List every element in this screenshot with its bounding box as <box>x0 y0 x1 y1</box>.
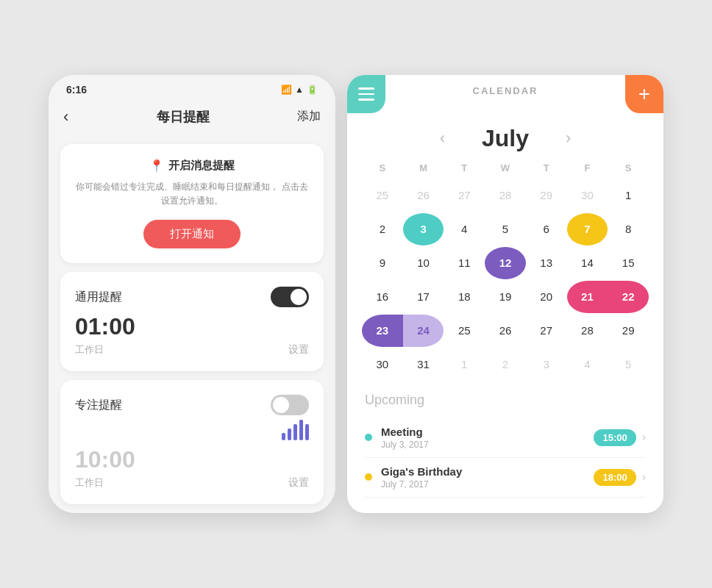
event-meeting[interactable]: Meeting July 3, 2017 15:00 › <box>365 418 646 458</box>
event-time-badge-meeting: 15:00 <box>594 429 636 446</box>
menu-button[interactable] <box>347 75 385 113</box>
day-cell[interactable]: 26 <box>485 315 526 347</box>
day-cell[interactable]: 30 <box>567 179 608 212</box>
day-cell[interactable]: 22 <box>608 281 649 313</box>
day-cell[interactable]: 27 <box>526 315 567 347</box>
event-dot-meeting <box>365 434 372 441</box>
status-bar: 6:16 📶 ▲ 🔋 <box>49 75 335 101</box>
page-title: 每日提醒 <box>157 108 210 126</box>
day-header-t2: T <box>526 159 567 176</box>
day-cell[interactable]: 16 <box>362 281 403 313</box>
day-cell[interactable]: 4 <box>444 213 485 245</box>
day-cell[interactable]: 11 <box>444 247 485 279</box>
event-right-meeting: 15:00 › <box>594 429 646 446</box>
day-cell[interactable]: 28 <box>485 179 526 212</box>
day-cell[interactable]: 27 <box>444 179 485 212</box>
calendar-add-button[interactable]: + <box>625 75 663 113</box>
focus-icon-row <box>75 420 309 440</box>
menu-line-2 <box>358 93 374 96</box>
day-cell[interactable]: 15 <box>608 247 649 279</box>
focus-workday-label: 工作日 <box>75 476 104 490</box>
status-time: 6:16 <box>66 84 87 96</box>
event-name-meeting: Meeting <box>381 426 429 438</box>
general-toggle[interactable] <box>271 287 309 307</box>
event-left: Meeting July 3, 2017 <box>365 426 429 450</box>
bar2 <box>288 429 291 440</box>
add-button[interactable]: 添加 <box>297 109 321 124</box>
bar3 <box>293 424 297 440</box>
calendar-grid: S M T W T F S 25 26 27 28 29 30 1 2 3 4 <box>347 159 663 381</box>
day-cell[interactable]: 28 <box>567 315 608 347</box>
event-time-badge-birthday: 18:00 <box>594 469 636 486</box>
focus-workday-row: 工作日 设置 <box>75 476 309 490</box>
event-right-birthday: 18:00 › <box>594 469 646 486</box>
focus-toggle[interactable] <box>271 395 309 415</box>
prev-month-button[interactable]: ‹ <box>432 126 452 151</box>
general-settings-link[interactable]: 设置 <box>288 343 309 356</box>
day-cell[interactable]: 21 <box>567 281 608 313</box>
focus-reminder-label: 专注提醒 <box>75 398 122 413</box>
day-header-w: W <box>485 159 526 176</box>
menu-line-3 <box>358 98 374 101</box>
day-cell[interactable]: 30 <box>362 348 403 381</box>
notification-title: 📍 开启消息提醒 <box>75 159 309 173</box>
event-arrow-birthday[interactable]: › <box>642 470 646 484</box>
day-cell[interactable]: 14 <box>567 247 608 279</box>
day-cell[interactable]: 25 <box>362 179 403 212</box>
day-cell[interactable]: 8 <box>608 213 649 245</box>
day-cell[interactable]: 26 <box>403 179 444 212</box>
general-reminder-row: 通用提醒 <box>75 287 309 307</box>
month-navigation: ‹ July › <box>347 113 663 159</box>
day-header-m: M <box>403 159 444 176</box>
day-cell[interactable]: 10 <box>403 247 444 279</box>
day-headers: S M T W T F S <box>362 159 649 176</box>
day-cell[interactable]: 5 <box>608 348 649 381</box>
month-name: July <box>482 125 529 152</box>
day-cell[interactable]: 23 <box>362 315 403 347</box>
day-cell[interactable]: 2 <box>485 348 526 381</box>
day-cell[interactable]: 24 <box>403 315 444 347</box>
calendar-title: CALENDAR <box>473 85 538 96</box>
day-cell[interactable]: 3 <box>526 348 567 381</box>
day-cell[interactable]: 31 <box>403 348 444 381</box>
event-dot-birthday <box>365 473 372 481</box>
next-month-button[interactable]: › <box>558 126 578 151</box>
day-cell[interactable]: 2 <box>362 213 403 245</box>
event-info-meeting: Meeting July 3, 2017 <box>381 426 429 450</box>
day-cell[interactable]: 6 <box>526 213 567 245</box>
day-cell[interactable]: 13 <box>526 247 567 279</box>
open-notification-button[interactable]: 打开通知 <box>143 220 241 248</box>
day-cell[interactable]: 29 <box>608 315 649 347</box>
day-cell[interactable]: 19 <box>485 281 526 313</box>
back-button[interactable]: ‹ <box>63 107 68 126</box>
menu-line-1 <box>358 87 374 90</box>
event-left-birthday: Giga's Birthday July 7, 2017 <box>365 465 462 490</box>
day-cell[interactable]: 20 <box>526 281 567 313</box>
day-cell[interactable]: 18 <box>444 281 485 313</box>
event-birthday[interactable]: Giga's Birthday July 7, 2017 18:00 › <box>365 458 646 498</box>
day-cell-7[interactable]: 7 <box>567 213 608 245</box>
phone-content: 📍 开启消息提醒 你可能会错过专注完成、睡眠结束和每日提醒通知， 点击去设置允许… <box>49 135 335 513</box>
day-cell[interactable]: 5 <box>485 213 526 245</box>
day-cell[interactable]: 1 <box>444 348 485 381</box>
event-name-birthday: Giga's Birthday <box>381 465 462 478</box>
focus-settings-link[interactable]: 设置 <box>288 476 309 490</box>
general-workday-row: 工作日 设置 <box>75 343 309 356</box>
day-cell[interactable]: 4 <box>567 348 608 381</box>
day-header-f: F <box>567 159 608 176</box>
day-cell[interactable]: 25 <box>444 315 485 347</box>
event-date-birthday: July 7, 2017 <box>381 479 462 490</box>
battery-icon: 🔋 <box>307 85 318 95</box>
day-cell-12[interactable]: 12 <box>485 247 526 279</box>
focus-time: 10:00 <box>75 446 309 473</box>
day-header-t1: T <box>444 159 485 176</box>
day-cell[interactable]: 1 <box>608 179 649 212</box>
day-cell[interactable]: 17 <box>403 281 444 313</box>
day-cell[interactable]: 9 <box>362 247 403 279</box>
day-cell-today[interactable]: 3 <box>403 213 444 245</box>
calendar-header-top: CALENDAR + <box>347 75 663 113</box>
notification-card: 📍 开启消息提醒 你可能会错过专注完成、睡眠结束和每日提醒通知， 点击去设置允许… <box>60 144 324 263</box>
event-arrow-meeting[interactable]: › <box>642 431 646 444</box>
bar1 <box>282 433 285 440</box>
day-cell[interactable]: 29 <box>526 179 567 212</box>
